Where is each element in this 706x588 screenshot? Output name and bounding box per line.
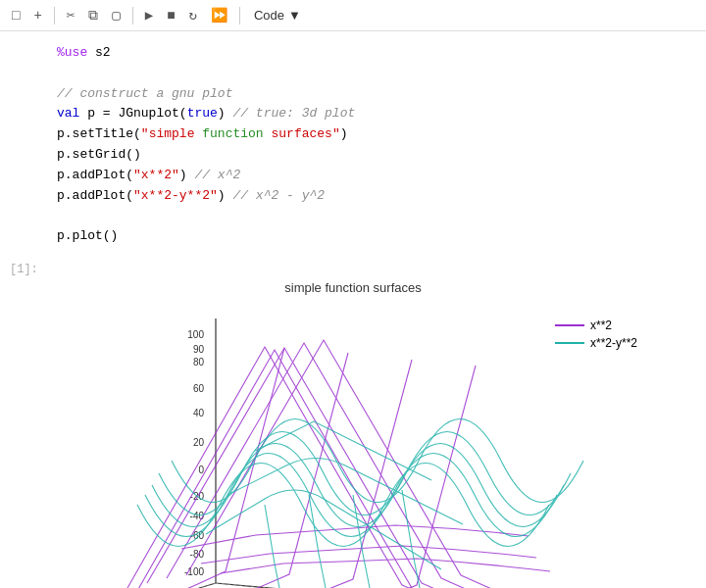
svg-line-2 [118, 583, 216, 588]
stop-icon[interactable]: ■ [163, 6, 178, 25]
separator2 [132, 7, 133, 24]
separator [54, 7, 55, 24]
output-label: [1]: [0, 259, 706, 280]
code-line-9 [57, 206, 698, 226]
code-line-10: p.plot() [57, 226, 698, 247]
chevron-down-icon: ▼ [288, 8, 301, 23]
plot-svg: x**2 x**2-y**2 100 90 80 60 [49, 299, 657, 588]
svg-text:-100: -100 [184, 566, 204, 577]
legend-item-2: x**2-y**2 [555, 336, 637, 350]
code-line-5: p.setTitle("simple function surfaces") [57, 124, 698, 145]
paste-icon[interactable]: ▢ [108, 5, 124, 25]
cell-content: %use s2 // construct a gnu plot val p = … [0, 39, 706, 251]
toolbar: □ + ✂ ⧉ ▢ ▶ ■ ↻ ⏩ Code ▼ [0, 0, 706, 31]
plot-svg-element: 100 90 80 60 40 20 0 -20 -40 -60 -80 -10… [59, 299, 608, 588]
separator3 [239, 7, 240, 24]
add-cell-icon[interactable]: □ [8, 6, 24, 25]
svg-text:-40: -40 [190, 511, 205, 521]
code-line-2 [57, 64, 698, 84]
code-cell: %use s2 // construct a gnu plot val p = … [0, 31, 706, 259]
svg-text:40: 40 [193, 408, 205, 418]
plot-title: simple function surfaces [49, 280, 657, 295]
legend-item-1: x**2 [555, 318, 637, 332]
svg-text:-80: -80 [190, 549, 205, 560]
cell-type-dropdown[interactable]: Code ▼ [248, 6, 307, 24]
add-icon[interactable]: + [29, 6, 45, 25]
code-editor[interactable]: %use s2 // construct a gnu plot val p = … [49, 39, 706, 251]
forward-icon[interactable]: ⏩ [207, 5, 231, 25]
code-line-6: p.setGrid() [57, 145, 698, 166]
play-icon[interactable]: ▶ [141, 5, 157, 25]
copy-icon[interactable]: ⧉ [84, 6, 102, 25]
legend-label-2: x**2-y**2 [590, 336, 637, 350]
line-gutter [0, 39, 49, 251]
code-line-7: p.addPlot("x**2") // x^2 [57, 166, 698, 186]
svg-text:80: 80 [193, 357, 205, 368]
svg-text:100: 100 [187, 329, 204, 340]
svg-text:20: 20 [193, 437, 205, 448]
svg-text:60: 60 [193, 383, 205, 394]
code-line-3: // construct a gnu plot [57, 84, 698, 105]
legend-label-1: x**2 [590, 318, 612, 332]
scissors-icon[interactable]: ✂ [63, 5, 78, 25]
svg-text:90: 90 [193, 344, 205, 355]
plot-container: simple function surfaces x**2 x**2-y**2 [0, 280, 706, 588]
legend-color-1 [555, 324, 584, 326]
plot-inner: simple function surfaces x**2 x**2-y**2 [49, 280, 657, 588]
code-line-8: p.addPlot("x**2-y**2") // x^2 - y^2 [57, 186, 698, 207]
code-line-4: val p = JGnuplot(true) // true: 3d plot [57, 104, 698, 124]
refresh-icon[interactable]: ↻ [185, 5, 201, 25]
legend-color-2 [555, 342, 584, 344]
code-line-1: %use s2 [57, 43, 698, 64]
plot-legend: x**2 x**2-y**2 [555, 318, 637, 354]
cell-type-label: Code [254, 8, 284, 23]
